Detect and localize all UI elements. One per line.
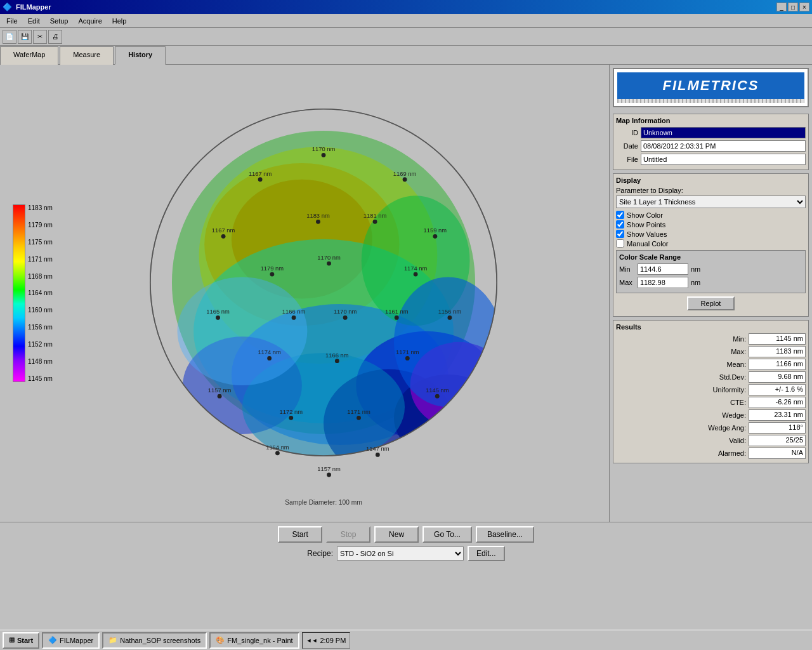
svg-point-64 (376, 453, 380, 457)
svg-point-26 (316, 220, 320, 224)
close-btn[interactable]: × (799, 3, 809, 11)
svg-point-48 (267, 356, 272, 361)
max-row: Max nm (619, 277, 802, 288)
svg-text:1174 nm: 1174 nm (258, 348, 281, 355)
folder-icon: 📁 (108, 636, 117, 644)
manual-color-row: Manual Color (616, 239, 806, 248)
results-wedge-label: Wedge: (695, 411, 746, 419)
manual-color-checkbox[interactable] (616, 239, 624, 248)
results-max-value: 1183 nm (749, 346, 806, 357)
max-unit: nm (691, 279, 700, 286)
svg-point-62 (275, 451, 280, 455)
show-color-row: Show Color (616, 211, 806, 219)
toolbar: 📄 💾 ✂ 🖨 (0, 28, 812, 46)
menu-file[interactable]: File (3, 16, 22, 26)
date-input[interactable] (641, 140, 806, 152)
results-min-label: Min: (695, 335, 746, 343)
new-button[interactable]: New (374, 526, 419, 543)
min-unit: nm (691, 265, 700, 273)
min-input[interactable] (638, 263, 688, 275)
map-info-section: Map Information ID Date File (613, 114, 809, 170)
max-input[interactable] (638, 277, 688, 288)
map-info-title: Map Information (616, 117, 806, 124)
parameter-select[interactable]: Site 1 Layer 1 Thickness (616, 196, 806, 208)
start-menu-button[interactable]: ⊞ Start (3, 632, 39, 649)
show-color-label: Show Color (627, 211, 663, 219)
results-mean-label: Mean: (695, 361, 746, 368)
start-button[interactable]: Start (278, 526, 322, 543)
svg-point-60 (357, 416, 361, 420)
menu-help[interactable]: Help (108, 16, 131, 26)
display-section: Display Parameter to Display: Site 1 Lay… (613, 173, 809, 317)
minimize-btn[interactable]: _ (776, 3, 787, 11)
edit-button[interactable]: Edit... (468, 546, 505, 561)
baseline-button[interactable]: Baseline... (476, 526, 534, 543)
recipe-select[interactable]: STD - SiO2 on Si (337, 547, 464, 560)
left-panel: 1183 nm 1179 nm 1175 nm 1171 nm 1168 nm … (0, 65, 609, 522)
results-stddev-row: Std.Dev: 9.68 nm (616, 371, 806, 383)
tab-bar: WaferMap Measure History (0, 46, 812, 65)
file-input[interactable] (641, 154, 806, 165)
taskbar-filmapper[interactable]: 🔷 FILMapper (42, 632, 100, 649)
svg-point-30 (433, 234, 437, 239)
max-label: Max (619, 279, 635, 286)
results-stddev-value: 9.68 nm (749, 371, 806, 383)
results-alarmed-value: N/A (749, 448, 806, 459)
taskbar-nathan[interactable]: 📁 Nathan_SOP screenshots (102, 632, 207, 649)
svg-point-66 (327, 473, 331, 477)
results-uniformity-row: Uniformity: +/- 1.6 % (616, 384, 806, 395)
tray-arrow[interactable]: ◄◄ (306, 637, 318, 644)
results-max-label: Max: (695, 348, 746, 355)
results-cte-value: -6.26 nm (749, 397, 806, 408)
svg-text:1156 nm: 1156 nm (438, 308, 462, 315)
right-panel: FILMETRICS Map Information ID Date File … (609, 65, 812, 522)
min-label: Min (619, 265, 635, 273)
results-wedgeang-label: Wedge Ang: (695, 424, 746, 432)
svg-text:1169 nm: 1169 nm (393, 170, 417, 177)
svg-point-58 (289, 416, 293, 420)
tab-history[interactable]: History (115, 46, 166, 65)
svg-point-46 (447, 315, 452, 320)
results-cte-label: CTE: (695, 399, 746, 406)
taskbar-paint[interactable]: 🎨 FM_single_nk - Paint (209, 632, 299, 649)
manual-color-label: Manual Color (627, 240, 668, 248)
svg-point-20 (258, 177, 263, 182)
show-points-checkbox[interactable] (616, 220, 624, 229)
results-uniformity-label: Uniformity: (695, 386, 746, 394)
svg-text:1165 nm: 1165 nm (206, 308, 230, 315)
svg-point-18 (322, 153, 326, 157)
show-values-row: Show Values (616, 230, 806, 238)
replot-button[interactable]: Replot (687, 296, 735, 310)
tab-wafermap[interactable]: WaferMap (0, 46, 58, 65)
show-values-label: Show Values (627, 230, 667, 238)
menu-setup[interactable]: Setup (46, 16, 72, 26)
maximize-btn[interactable]: □ (788, 3, 798, 11)
goto-button[interactable]: Go To... (422, 526, 472, 543)
show-values-checkbox[interactable] (616, 230, 624, 238)
toolbar-btn-3[interactable]: ✂ (33, 30, 47, 44)
svg-point-38 (216, 315, 220, 320)
id-input[interactable] (641, 127, 806, 138)
toolbar-btn-2[interactable]: 💾 (18, 30, 32, 44)
results-wedgeang-value: 118° (749, 422, 806, 434)
wafer-svg: 1170 nm 1167 nm 1169 nm 1167 nm 1183 nm (102, 71, 546, 515)
menu-acquire[interactable]: Acquire (74, 16, 105, 26)
svg-text:1161 nm: 1161 nm (385, 308, 409, 315)
stop-button[interactable]: Stop (326, 526, 370, 543)
menu-edit[interactable]: Edit (24, 16, 44, 26)
tab-measure[interactable]: Measure (60, 46, 114, 65)
toolbar-btn-1[interactable]: 📄 (3, 30, 16, 44)
svg-point-52 (405, 356, 410, 361)
svg-text:1157 nm: 1157 nm (317, 465, 341, 472)
color-scale-labels: 1183 nm 1179 nm 1175 nm 1171 nm 1168 nm … (28, 204, 53, 382)
logo-text: FILMETRICS (663, 77, 759, 93)
toolbar-btn-4[interactable]: 🖨 (48, 30, 62, 44)
svg-point-42 (343, 315, 348, 320)
svg-point-24 (221, 234, 226, 239)
display-title: Display (616, 176, 806, 184)
app-title: FILMapper (16, 3, 51, 11)
results-max-row: Max: 1183 nm (616, 346, 806, 357)
show-color-checkbox[interactable] (616, 211, 624, 219)
file-label: File (616, 156, 638, 163)
action-buttons: Start Stop New Go To... Baseline... (6, 526, 806, 543)
